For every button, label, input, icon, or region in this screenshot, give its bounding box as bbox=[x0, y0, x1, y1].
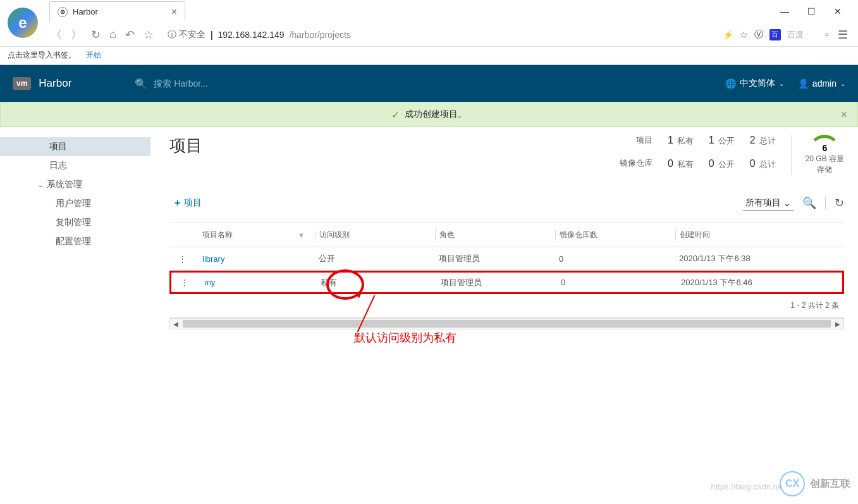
table-row[interactable]: ⋮ my 私有 项目管理员 0 2020/1/13 下午6:46 bbox=[169, 271, 844, 294]
sidebar-group-system[interactable]: ⌄ 系统管理 bbox=[0, 175, 150, 194]
bolt-icon[interactable]: ⚡ bbox=[723, 30, 733, 40]
stat-value: 1 bbox=[709, 135, 714, 146]
table-pagination: 1 - 2 共计 2 条 bbox=[169, 294, 844, 318]
row-repo: 0 bbox=[555, 254, 675, 264]
sidebar-item-users[interactable]: 用户管理 bbox=[0, 194, 150, 213]
stats-project-label: 项目 bbox=[636, 135, 653, 146]
sidebar-group-label: 系统管理 bbox=[47, 179, 82, 190]
stat-value: 0 bbox=[709, 158, 714, 169]
table-header: 项目名称▼ 访问级别 角色 镜像仓库数 创建时间 bbox=[169, 223, 844, 247]
stat-label: 公开 bbox=[718, 135, 735, 147]
row-actions-icon[interactable]: ⋮ bbox=[169, 254, 195, 264]
baidu-icon[interactable]: 百 bbox=[769, 29, 781, 40]
info-icon: ⓘ bbox=[168, 29, 176, 40]
row-time: 2020/1/13 下午6:38 bbox=[675, 253, 844, 264]
main-area: 项目 日志 ⌄ 系统管理 用户管理 复制管理 配置管理 项目 项目 镜像仓库 1… bbox=[0, 127, 858, 504]
address-bar[interactable]: ⓘ 不安全 | 192.168.142.149/harbor/projects bbox=[162, 27, 714, 43]
col-role[interactable]: 角色 bbox=[435, 230, 555, 240]
scroll-track[interactable] bbox=[183, 320, 831, 328]
search-engine-label: 百度 bbox=[787, 29, 804, 40]
globe-icon: 🌐 bbox=[725, 78, 736, 89]
user-menu[interactable]: 👤 admin ⌄ bbox=[798, 78, 845, 89]
close-button[interactable]: ✕ bbox=[830, 6, 845, 16]
row-repo: 0 bbox=[557, 278, 677, 287]
row-role: 项目管理员 bbox=[435, 253, 555, 264]
scroll-right-icon[interactable]: ▶ bbox=[832, 321, 843, 328]
bookmarks-hint: 点击这里导入书签。 bbox=[8, 50, 76, 61]
app-header: vm Harbor 🔍 🌐 中文简体 ⌄ 👤 admin ⌄ bbox=[0, 65, 858, 102]
stats-repo-label: 镜像仓库 bbox=[620, 157, 653, 169]
watermark-url: https://blog.csdn.ne bbox=[711, 482, 782, 491]
forward-button[interactable]: 〉 bbox=[71, 27, 82, 42]
filter-icon[interactable]: ▼ bbox=[298, 231, 305, 239]
add-project-button[interactable]: + 项目 bbox=[169, 195, 207, 211]
language-label: 中文简体 bbox=[740, 78, 775, 89]
row-access: 公开 bbox=[315, 253, 435, 264]
browser-chrome: e ⊕ Harbor × — ☐ ✕ 〈 〉 ↻ ⌂ ↶ ☆ ⓘ 不安全 | 1… bbox=[0, 0, 858, 65]
col-name[interactable]: 项目名称▼ bbox=[195, 230, 315, 240]
minimize-button[interactable]: — bbox=[777, 6, 792, 16]
bookmark-icon[interactable]: ☆ bbox=[740, 30, 748, 40]
home-button[interactable]: ⌂ bbox=[109, 28, 116, 41]
global-search[interactable]: 🔍 bbox=[135, 78, 280, 90]
star-button[interactable]: ☆ bbox=[144, 28, 154, 42]
tab-close-icon[interactable]: × bbox=[171, 6, 177, 18]
watermark-text: 创新互联 bbox=[810, 477, 850, 491]
hamburger-menu-icon[interactable]: ☰ bbox=[838, 28, 848, 42]
horizontal-scrollbar[interactable]: ◀ ▶ bbox=[169, 318, 844, 329]
titlebar: e ⊕ Harbor × — ☐ ✕ bbox=[0, 0, 858, 23]
url-path: /harbor/projects bbox=[290, 30, 351, 40]
watermark: CX 创新互联 bbox=[780, 471, 850, 496]
language-selector[interactable]: 🌐 中文简体 ⌄ bbox=[725, 78, 784, 89]
stat-value: 2 bbox=[750, 135, 756, 146]
search-icon[interactable]: 🔍 bbox=[802, 196, 816, 210]
table-row[interactable]: ⋮ library 公开 项目管理员 0 2020/1/13 下午6:38 bbox=[169, 247, 844, 271]
chevron-down-icon[interactable]: ⓥ bbox=[754, 29, 763, 40]
plus-icon: + bbox=[175, 197, 180, 209]
project-link[interactable]: library bbox=[202, 254, 224, 264]
insecure-label: 不安全 bbox=[179, 29, 205, 40]
col-time[interactable]: 创建时间 bbox=[675, 230, 844, 240]
divider bbox=[825, 197, 826, 209]
stat-label: 公开 bbox=[718, 159, 735, 170]
security-indicator[interactable]: ⓘ 不安全 bbox=[168, 29, 205, 40]
watermark-logo-icon: CX bbox=[780, 471, 805, 496]
col-access[interactable]: 访问级别 bbox=[315, 230, 435, 240]
chevron-down-icon: ⌄ bbox=[783, 198, 791, 208]
tab-favicon-icon: ⊕ bbox=[58, 7, 68, 17]
project-link[interactable]: my bbox=[204, 278, 215, 287]
back-button[interactable]: 〈 bbox=[51, 27, 62, 42]
chevron-down-icon: ⌄ bbox=[840, 80, 845, 87]
banner-close-icon[interactable]: × bbox=[840, 108, 847, 121]
project-filter-select[interactable]: 所有项目 ⌄ bbox=[743, 196, 794, 211]
search-input[interactable] bbox=[154, 78, 280, 89]
action-row: + 项目 所有项目 ⌄ 🔍 ↻ bbox=[169, 195, 844, 211]
gauge-value: 6 bbox=[822, 143, 827, 153]
bookmarks-start-link[interactable]: 开始 bbox=[86, 50, 101, 61]
browser-app-icon: e bbox=[0, 0, 46, 46]
browser-tab[interactable]: ⊕ Harbor × bbox=[49, 1, 185, 22]
scroll-left-icon[interactable]: ◀ bbox=[170, 321, 181, 328]
maximize-button[interactable]: ☐ bbox=[804, 6, 819, 16]
sidebar-item-replication[interactable]: 复制管理 bbox=[0, 213, 150, 232]
sidebar: 项目 日志 ⌄ 系统管理 用户管理 复制管理 配置管理 bbox=[0, 127, 150, 504]
add-project-label: 项目 bbox=[184, 197, 202, 209]
reload-button[interactable]: ↻ bbox=[91, 28, 101, 42]
sidebar-item-projects[interactable]: 项目 bbox=[0, 137, 150, 156]
stat-label: 私有 bbox=[677, 159, 694, 170]
chevron-down-icon: ⌄ bbox=[38, 181, 43, 188]
chevron-down-icon: ⌄ bbox=[779, 80, 784, 87]
stat-label: 私有 bbox=[677, 135, 694, 147]
col-repo[interactable]: 镜像仓库数 bbox=[555, 230, 675, 240]
row-actions-icon[interactable]: ⋮ bbox=[171, 278, 197, 287]
app-name: Harbor bbox=[39, 77, 71, 90]
extensions-icon[interactable]: ▫ bbox=[825, 28, 829, 41]
stats-bar: 项目 镜像仓库 1私有 0私有 1公开 0公开 2总计 0总计 6 20 GB … bbox=[620, 135, 844, 175]
refresh-icon[interactable]: ↻ bbox=[835, 196, 844, 210]
checkmark-icon: ✓ bbox=[391, 109, 400, 121]
download-button[interactable]: ↶ bbox=[125, 28, 135, 42]
content: 项目 项目 镜像仓库 1私有 0私有 1公开 0公开 2总计 0总计 6 20 … bbox=[150, 127, 858, 504]
sidebar-item-config[interactable]: 配置管理 bbox=[0, 232, 150, 251]
sidebar-item-logs[interactable]: 日志 bbox=[0, 156, 150, 175]
row-time: 2020/1/13 下午6:46 bbox=[677, 277, 842, 288]
